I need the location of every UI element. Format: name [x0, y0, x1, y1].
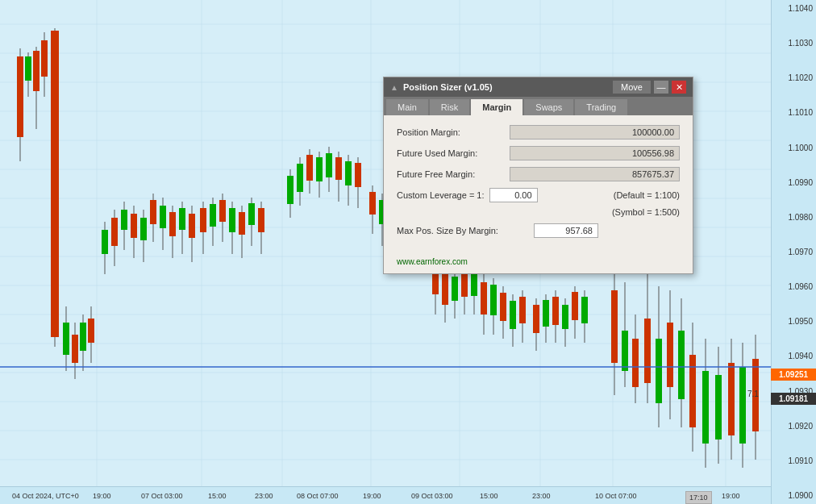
price-label: 1.0940 [775, 352, 813, 360]
svg-rect-36 [63, 323, 69, 355]
svg-rect-122 [543, 300, 549, 327]
tab-main[interactable]: Main [386, 99, 428, 115]
time-label-7: 09 Oct 03:00 [411, 492, 453, 500]
svg-rect-90 [345, 161, 352, 185]
price-label: 1.0900 [775, 491, 813, 500]
price-label: 1.1020 [775, 73, 813, 82]
svg-rect-102 [442, 273, 448, 305]
svg-rect-28 [25, 56, 31, 81]
svg-rect-118 [519, 297, 526, 323]
tab-swaps[interactable]: Swaps [524, 99, 573, 115]
future-free-margin-label: Future Free Margin: [397, 169, 510, 179]
svg-rect-76 [258, 208, 264, 232]
maxpos-input[interactable] [534, 223, 598, 238]
svg-rect-86 [326, 153, 332, 177]
title-arrow-icon: ▲ [390, 83, 398, 92]
svg-rect-92 [355, 163, 361, 187]
time-label-11: 19:00 [722, 492, 740, 500]
symbol-text: (Symbol = 1:500) [612, 207, 680, 217]
svg-rect-126 [562, 305, 568, 329]
svg-rect-60 [179, 208, 185, 230]
time-label-5: 08 Oct 07:00 [297, 492, 339, 500]
current-time-badge: 17:10 [685, 491, 712, 504]
time-label-1: 19:00 [93, 492, 111, 500]
maxpos-row: Max Pos. Size By Margin: [397, 223, 680, 238]
future-used-margin-value: 100556.98 [510, 146, 680, 160]
price-axis: 1.1040 1.1030 1.1020 1.1010 1.1000 1.099… [771, 0, 816, 504]
position-margin-value: 100000.00 [510, 125, 680, 140]
svg-rect-62 [189, 214, 195, 238]
move-button[interactable]: Move [613, 81, 651, 94]
svg-rect-44 [102, 230, 108, 254]
future-used-margin-label: Future Used Margin: [397, 148, 510, 158]
time-label-10: 10 Oct 07:00 [595, 492, 637, 500]
price-label: 1.0950 [775, 317, 813, 326]
svg-rect-148 [702, 371, 709, 444]
future-free-margin-value: 857675.37 [510, 167, 680, 181]
svg-rect-46 [111, 218, 118, 246]
panel-footer: www.earnforex.com [384, 252, 693, 273]
price-label: 1.0960 [775, 282, 813, 291]
price-label: 1.1040 [775, 4, 813, 13]
svg-rect-26 [17, 56, 23, 137]
svg-rect-80 [297, 164, 303, 192]
leverage-default-text: (Default = 1:100) [614, 190, 680, 200]
time-label-4: 23:00 [255, 492, 273, 500]
svg-rect-130 [581, 297, 588, 323]
svg-rect-78 [287, 176, 294, 204]
price-label: 1.0920 [775, 422, 813, 431]
svg-rect-42 [88, 319, 94, 343]
svg-rect-88 [335, 157, 342, 180]
svg-rect-138 [644, 319, 651, 383]
time-label-3: 15:00 [208, 492, 227, 500]
svg-rect-94 [369, 192, 376, 215]
svg-rect-58 [169, 212, 176, 236]
maxpos-label: Max Pos. Size By Margin: [397, 226, 534, 235]
tab-margin[interactable]: Margin [471, 99, 522, 115]
svg-rect-64 [200, 208, 206, 232]
svg-rect-40 [80, 323, 86, 351]
svg-rect-68 [219, 200, 226, 222]
svg-rect-140 [656, 339, 662, 403]
position-sizer-panel: ▲ Position Sizer (v1.05) Move — ✕ Main R… [383, 77, 693, 274]
svg-rect-34 [51, 31, 59, 337]
svg-rect-114 [500, 293, 506, 321]
last-price-badge: 1.09181 [771, 393, 816, 405]
svg-rect-32 [41, 40, 48, 77]
tab-trading[interactable]: Trading [575, 99, 627, 115]
panel-tabs: Main Risk Margin Swaps Trading [384, 97, 693, 115]
symbol-row: (Symbol = 1:500) [397, 207, 680, 217]
minimize-button[interactable]: — [654, 81, 668, 94]
svg-rect-70 [229, 208, 235, 232]
svg-rect-54 [150, 200, 156, 224]
titlebar-controls: Move — ✕ [613, 81, 686, 94]
svg-rect-52 [140, 218, 147, 240]
svg-rect-134 [622, 331, 628, 371]
time-label-9: 23:00 [532, 492, 551, 500]
panel-body: Position Margin: 100000.00 Future Used M… [384, 115, 693, 252]
future-free-margin-row: Future Free Margin: 857675.37 [397, 167, 680, 181]
future-used-margin-row: Future Used Margin: 100556.98 [397, 146, 680, 160]
chart-container: 7.1 1.1040 1.1030 1.1020 1.1010 1.1000 1… [0, 0, 816, 504]
time-label-6: 19:00 [363, 492, 381, 500]
price-label: 1.0910 [775, 456, 813, 465]
price-label: 1.0990 [775, 178, 813, 187]
svg-rect-56 [160, 206, 166, 228]
svg-rect-120 [533, 305, 539, 333]
panel-titlebar: ▲ Position Sizer (v1.05) Move — ✕ [384, 77, 693, 97]
time-axis: 04 Oct 2024, UTC+0 19:00 07 Oct 03:00 15… [0, 486, 771, 504]
leverage-input[interactable] [489, 188, 538, 202]
svg-rect-72 [239, 212, 245, 235]
svg-rect-142 [667, 323, 673, 387]
titlebar-left: ▲ Position Sizer (v1.05) [390, 82, 493, 92]
svg-rect-132 [611, 290, 618, 363]
price-label: 1.1010 [775, 108, 813, 117]
time-label-start: 04 Oct 2024, UTC+0 [12, 492, 79, 500]
svg-rect-82 [306, 155, 313, 181]
svg-rect-154 [739, 367, 746, 444]
footer-link[interactable]: www.earnforex.com [397, 257, 468, 266]
svg-rect-104 [452, 277, 458, 301]
tab-risk[interactable]: Risk [430, 99, 469, 115]
price-label: 1.1000 [775, 144, 813, 152]
close-button[interactable]: ✕ [672, 81, 686, 94]
